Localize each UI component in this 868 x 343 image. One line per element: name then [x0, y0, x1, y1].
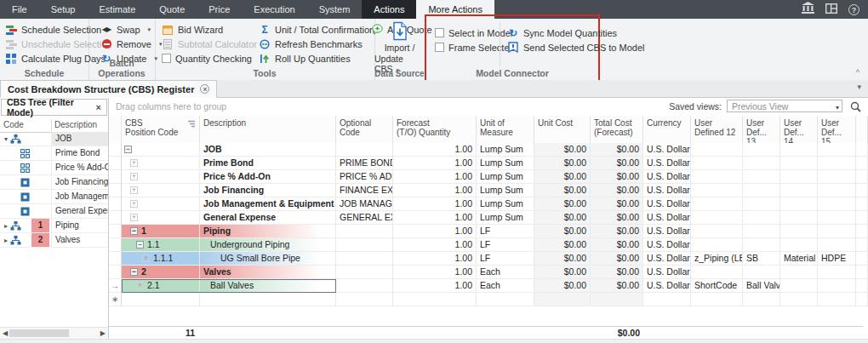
help-icon[interactable] [848, 4, 859, 15]
cell-ud15[interactable] [818, 238, 856, 252]
cell-opt[interactable] [336, 238, 393, 252]
cell-description[interactable]: JOB [200, 143, 336, 157]
cell-ud12[interactable] [691, 197, 743, 211]
cell-ud13[interactable] [743, 238, 780, 252]
cell-cbs-position-code[interactable]: −1 [122, 225, 200, 238]
cell-total[interactable]: $0.00 [591, 238, 643, 252]
grid-row[interactable]: +Prime BondPRIME BOND1.00Lump Sum$0.00$0… [109, 157, 868, 170]
cell-uom[interactable]: Lump Sum [477, 157, 534, 170]
menu-item-price[interactable]: Price [197, 0, 242, 19]
cell-ud13[interactable] [743, 211, 780, 225]
cell-ud15[interactable] [818, 184, 856, 197]
cell-ud14[interactable] [780, 211, 818, 225]
cell-description[interactable]: Piping [200, 225, 336, 238]
cell-qty[interactable]: 1.00 [393, 211, 477, 225]
cell-cur[interactable]: U.S. Dollar [643, 157, 691, 170]
cell-ud14[interactable] [780, 238, 818, 252]
cell-qty[interactable]: 1.00 [393, 170, 477, 184]
grid-row[interactable]: +Job FinancingFINANCE EXPE...1.00Lump Su… [109, 184, 868, 197]
column-header-ud12[interactable]: User Defined 12 [691, 116, 743, 143]
row-indicator[interactable] [109, 211, 122, 225]
cell-cur[interactable]: U.S. Dollar [643, 143, 691, 157]
tree-row[interactable]: ▸1Piping [0, 219, 108, 233]
cell-cbs-position-code[interactable]: −1.1 [122, 238, 200, 252]
cell-description[interactable]: Job Management & Equipment [200, 197, 336, 211]
cell-opt[interactable] [336, 279, 393, 293]
cell-total[interactable]: $0.00 [591, 279, 643, 293]
menu-item-estimate[interactable]: Estimate [87, 0, 147, 19]
collapse-icon[interactable]: − [130, 227, 138, 235]
cell-cbs-position-code[interactable]: + [122, 157, 200, 170]
cell-ud12[interactable] [691, 157, 743, 170]
cell-cbs-position-code[interactable]: −2 [122, 266, 200, 279]
cell-cbs-position-code[interactable]: + [122, 197, 200, 211]
import-update-cbs-button[interactable]: Import / Update CBS [374, 21, 425, 74]
grid-row[interactable]: +Price % Add-OnPRICE % ADD-...1.00Lump S… [109, 170, 868, 184]
cell-ud12[interactable] [691, 266, 743, 279]
collapse-icon[interactable]: − [136, 241, 144, 249]
tabbar-dropdown-icon[interactable] [857, 83, 861, 91]
row-indicator[interactable] [109, 197, 122, 211]
cell-qty[interactable]: 1.00 [393, 143, 477, 157]
cell-opt[interactable]: JOB MANAGEM... [336, 197, 393, 211]
cell-cbs-position-code[interactable]: + [122, 184, 200, 197]
cell-ud15[interactable] [818, 170, 856, 184]
cell-ud15[interactable] [818, 157, 856, 170]
cell-description[interactable]: Underground Piping [200, 238, 336, 252]
roll-up-quantities-button[interactable]: Roll Up Quantities [257, 51, 376, 66]
cell-ud15[interactable] [818, 225, 856, 238]
expand-icon[interactable]: + [130, 200, 138, 208]
frame-selected-checkbox[interactable]: Frame Selected [433, 40, 517, 54]
cell-total[interactable]: $0.00 [591, 157, 643, 170]
grid-row[interactable]: +1.1.1UG Small Bore Pipe1.00LF$0.00$0.00… [109, 252, 868, 266]
cell-ud13[interactable] [743, 266, 780, 279]
bid-wizard-button[interactable]: Bid Wizard [160, 22, 259, 37]
cell-ud12[interactable]: z_Piping (LB / SB) [691, 252, 743, 266]
collapse-icon[interactable]: − [130, 268, 138, 276]
tree-caret-icon[interactable]: ▾ [2, 135, 10, 143]
expand-icon[interactable]: + [136, 282, 144, 289]
send-selected-cbs-to-model-button[interactable]: Send Selected CBS to Model [505, 40, 646, 54]
cell-qty[interactable]: 1.00 [393, 238, 477, 252]
tree-column-code[interactable]: Code [3, 120, 24, 129]
sync-model-quantities-button[interactable]: ↻ Sync Model Quantities [505, 26, 646, 40]
row-indicator[interactable] [109, 143, 122, 157]
cell-ud15[interactable] [818, 293, 856, 306]
cell-cbs-position-code[interactable]: − [122, 143, 200, 157]
tree-code-cell[interactable] [31, 132, 49, 146]
tree-row[interactable]: Price % Add-On [0, 161, 108, 175]
menu-item-quote[interactable]: Quote [147, 0, 197, 19]
tree-row[interactable]: ▾JOB [0, 132, 108, 146]
cell-opt[interactable]: GENERAL EXPE... [336, 211, 393, 225]
cell-unit[interactable]: $0.00 [534, 238, 591, 252]
cell-cur[interactable]: U.S. Dollar [643, 211, 691, 225]
grid-row[interactable]: →+2.1Ball Valves1.00Each$0.00$0.00U.S. D… [109, 279, 868, 293]
cell-ud12[interactable] [691, 170, 743, 184]
cell-unit[interactable] [534, 293, 591, 306]
tree-code-cell[interactable]: 2 [31, 233, 49, 247]
cell-cur[interactable]: U.S. Dollar [643, 170, 691, 184]
row-indicator[interactable] [109, 252, 122, 266]
cell-qty[interactable]: 1.00 [393, 279, 477, 293]
tree-code-cell[interactable]: 1 [31, 219, 49, 232]
cell-ud15[interactable] [818, 197, 856, 211]
cell-total[interactable] [591, 293, 643, 306]
cell-ud14[interactable] [780, 279, 818, 293]
column-header-ud13[interactable]: User Def... 13 [743, 116, 780, 143]
tree-code-cell[interactable] [31, 204, 49, 218]
cell-cbs-position-code[interactable]: + [122, 211, 200, 225]
swap-button[interactable]: ◀▶ Swap [99, 22, 163, 37]
cell-unit[interactable]: $0.00 [534, 143, 591, 157]
cell-ud15[interactable]: HDPE [818, 252, 856, 266]
cell-opt[interactable]: FINANCE EXPE... [336, 184, 393, 197]
grid-row[interactable]: −JOB1.00Lump Sum$0.00$0.00U.S. Dollar [109, 143, 868, 157]
cell-qty[interactable]: 1.00 [393, 225, 477, 238]
cell-opt[interactable] [336, 293, 393, 306]
cell-description[interactable]: Price % Add-On [200, 170, 336, 184]
cell-qty[interactable]: 1.00 [393, 184, 477, 197]
tree-row[interactable]: Job Financing [0, 175, 108, 190]
cell-ud14[interactable] [780, 170, 818, 184]
cell-uom[interactable]: LF [477, 238, 534, 252]
tree-panel-close-icon[interactable] [96, 103, 101, 112]
cell-unit[interactable]: $0.00 [534, 211, 591, 225]
